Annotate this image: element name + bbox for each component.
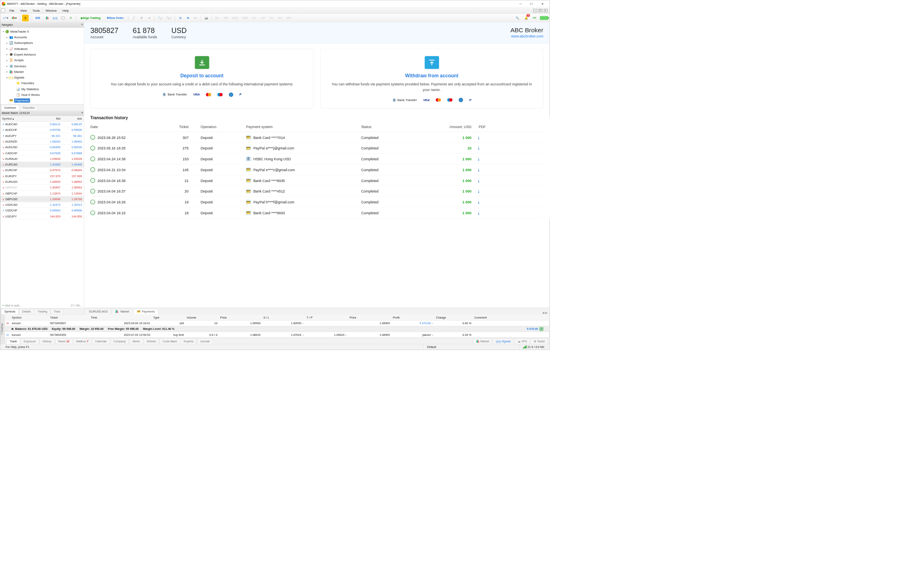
scroll-end-icon[interactable]: ⇥ [146, 14, 153, 21]
close-button[interactable]: ✕ [537, 0, 548, 7]
download-pdf-icon[interactable]: ⭳ [471, 178, 486, 182]
refresh-icon[interactable]: ⟳ [67, 14, 74, 21]
position-row[interactable]: ⊟ eurusd 5073493837 2023.04.04 16:18:41 … [5, 321, 549, 326]
menu-file[interactable]: File [6, 8, 17, 13]
mw-row[interactable]: ↘ CADCHF0.678280.67888 [0, 150, 84, 156]
add-icon[interactable]: + [539, 327, 543, 331]
mdi-close[interactable]: ✕ [544, 9, 548, 12]
nav-root[interactable]: ▾🟢MetaTrader 5 [0, 29, 84, 34]
zoom-in-icon[interactable]: 🔍+ [165, 14, 173, 21]
broker-url[interactable]: www.abcbroker.com [510, 34, 543, 38]
download-pdf-icon[interactable]: ⭳ [471, 135, 486, 139]
history-row[interactable]: ↓2023.04.04 16:2619Deposit💳PayPal h****f… [90, 197, 543, 207]
tab-ticks[interactable]: Ticks [51, 309, 64, 315]
nav-item[interactable]: ▸🎓Expert Advisors [0, 52, 84, 57]
tab-vps-right[interactable]: ☁ VPS [514, 338, 530, 344]
tab-payments[interactable]: 💳Payments [133, 309, 158, 315]
tab-trading[interactable]: Trading [35, 309, 50, 315]
mw-row[interactable]: ↘ EURJPY157.879157.909 [0, 173, 84, 179]
toolbox-tab[interactable]: Mailbox 7 [73, 338, 91, 344]
line-tool-icon[interactable]: ╱ [131, 14, 137, 21]
mw-row[interactable]: ↗ AUDCAD0.881120.88125 [0, 122, 84, 127]
timeframe-M15[interactable]: M15 [231, 14, 239, 21]
download-pdf-icon[interactable]: ⭳ [471, 189, 486, 193]
history-row[interactable]: ↓2023.04.24 14:38153Deposit🏦HSBC Hong Ko… [90, 153, 543, 164]
toolbox-tab[interactable]: Journal [197, 338, 213, 344]
shopping-bag-icon[interactable]: 🛍️ [44, 14, 51, 21]
history-row[interactable]: ↓2023.05.16 16:25275Deposit💳PayPal a****… [90, 143, 543, 154]
tab-chart[interactable]: EURUSD,M15 [85, 309, 111, 315]
pause-icon[interactable]: ⏸ [138, 14, 145, 21]
navigator-close-icon[interactable]: × [81, 23, 83, 26]
nav-item[interactable]: ▸📈Indicators [0, 46, 84, 52]
mw-row[interactable]: ↘ USDCAD1.324731.32513 [0, 202, 84, 208]
download-pdf-icon[interactable]: ⭳ [471, 168, 486, 172]
withdraw-card[interactable]: Withdraw from account You can withdraw f… [320, 49, 543, 109]
toolbox-tab[interactable]: Exposure [21, 338, 39, 344]
history-row[interactable]: ↓2023.04.21 10:34145Deposit💳PayPal s****… [90, 164, 543, 175]
tab-prev-icon[interactable]: ◀ [542, 311, 544, 315]
mw-row[interactable]: ↘ EURCAD1.443691.44449 [0, 162, 84, 168]
toolbox-tab[interactable]: Alerts [129, 338, 143, 344]
nav-item[interactable]: ▸🔄Subscriptions [0, 40, 84, 46]
tab-details[interactable]: Details [19, 309, 34, 315]
tab-favorites[interactable]: Favorites [20, 105, 38, 111]
tab-symbols[interactable]: Symbols [1, 309, 19, 315]
mw-header[interactable]: Symbol ▴ Bid Ask [0, 116, 84, 121]
mw-row[interactable]: ↗ AUDJPY96.32196.381 [0, 133, 84, 139]
mdi-minimize[interactable]: ─ [533, 9, 537, 12]
notifications-icon[interactable]: 🔔 [523, 14, 530, 21]
timeframe-W1[interactable]: W1 [277, 14, 284, 21]
vps-icon[interactable] [60, 14, 66, 21]
search-icon[interactable]: 🔍 [514, 14, 521, 21]
candle-chart-icon[interactable]: ▾ [10, 14, 18, 21]
tab-next-icon[interactable]: ▶ [545, 311, 547, 315]
deposit-card[interactable]: Deposit to account You can deposit funds… [90, 49, 313, 109]
timeframe-M5[interactable]: M5 [222, 14, 229, 21]
tab-tester-right[interactable]: ⚙ Tester [530, 338, 548, 344]
timeframe-M1[interactable]: M1 [214, 14, 221, 21]
tab-signals-right[interactable]: ((•)) Signals [493, 338, 514, 344]
nav-item[interactable]: 📋How It Works [0, 92, 84, 97]
mw-row[interactable]: ↘ EURUSD1.089931.08993 [0, 179, 84, 184]
mw-row[interactable]: ↘ GBPAUD1.904971.90503 [0, 185, 84, 190]
nav-signals[interactable]: ▾((•))Signals [0, 75, 84, 80]
nav-item[interactable]: 📊My Statistics [0, 86, 84, 92]
toolbox-tab[interactable]: Code Base [160, 338, 180, 344]
toolbox-tab[interactable]: Articles [143, 338, 159, 344]
toolbox-tab[interactable]: News 12 [55, 338, 73, 344]
download-pdf-icon[interactable]: ⭳ [471, 157, 486, 161]
toolbox-tab[interactable]: Experts [180, 338, 197, 344]
history-row[interactable]: ↓2023.04.04 16:1518Deposit💳Bank Card ***… [90, 207, 543, 218]
history-row[interactable]: ↓2023.04.04 16:3720Deposit💳Bank Card ***… [90, 186, 543, 197]
mw-row[interactable]: ↘ GBPUSD1.266961.26700 [0, 196, 84, 202]
marketwatch-close-icon[interactable]: × [81, 111, 83, 114]
toolbox-tab[interactable]: Calendar [92, 338, 110, 344]
toolbox-tab[interactable]: Trade [6, 338, 20, 344]
lvl-icon[interactable]: LVL [531, 14, 538, 21]
timeframe-M30[interactable]: M30 [241, 14, 249, 21]
nav-item[interactable]: ▸📜Scripts [0, 57, 84, 63]
ide-button[interactable]: IDE [33, 14, 43, 21]
toolbox-header[interactable]: Symbol Ticket Time Type Volume Price S /… [5, 315, 549, 320]
timeframe-H4[interactable]: H4 [259, 14, 266, 21]
toolbox-tab[interactable]: Company [110, 338, 129, 344]
timeframe-MN[interactable]: MN [286, 14, 292, 21]
nav-item[interactable]: ▸👥Accounts [0, 34, 84, 40]
menu-tools[interactable]: Tools [30, 8, 43, 13]
download-pdf-icon[interactable]: ⭳ [471, 211, 486, 215]
minimize-button[interactable]: ─ [515, 0, 526, 7]
new-order-button[interactable]: ✚ New Order [104, 14, 126, 21]
mw-row[interactable]: ↘ EURAUD1.638281.63928 [0, 156, 84, 161]
toolbox-label[interactable]: ×Toolbox [0, 315, 5, 344]
camera-icon[interactable]: 📷 [203, 14, 210, 21]
dollar-icon[interactable]: $ [22, 14, 29, 21]
tab-common[interactable]: Common [1, 105, 19, 111]
zoom-out-icon[interactable]: 🔍− [157, 14, 164, 21]
timeframe-D1[interactable]: D1 [268, 14, 275, 21]
algo-trading-button[interactable]: ▶ Algo Trading [78, 14, 103, 21]
status-profile[interactable]: Default [424, 344, 520, 350]
timeframe-H1[interactable]: H1 [251, 14, 258, 21]
mdi-restore[interactable]: ❐ [539, 9, 543, 12]
mw-row[interactable]: ↘ GBPCHF1.138741.13944 [0, 190, 84, 196]
